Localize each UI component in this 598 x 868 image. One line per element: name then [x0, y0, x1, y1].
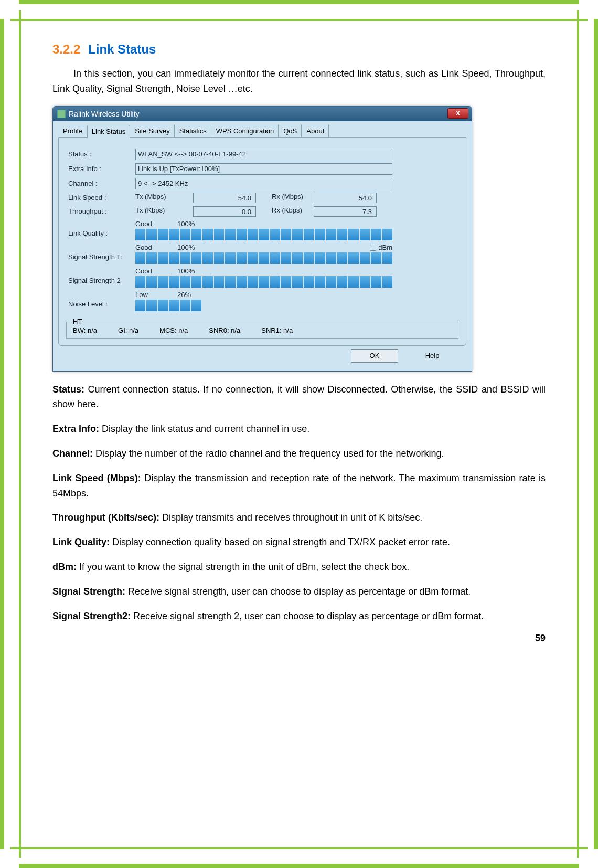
status-label: Status : [62, 150, 135, 158]
dbm-checkbox[interactable]: dBm [370, 244, 392, 251]
lq-quality: Good [135, 220, 177, 228]
rx-mbps-value: 54.0 [314, 193, 377, 203]
tab-qos[interactable]: QoS [279, 124, 302, 137]
def-status: Status: Current connection status. If no… [52, 382, 546, 412]
signal1-bar [135, 252, 392, 264]
def-dbm: dBm: If you want to know the signal stre… [52, 559, 546, 575]
signal1-label: Signal Strength 1: [62, 244, 135, 261]
link-speed-label: Link Speed : [62, 194, 135, 202]
signal2-bar [135, 276, 392, 288]
def-link-speed: Link Speed (Mbps): Display the transmiss… [52, 471, 546, 501]
tab-link-status[interactable]: Link Status [87, 125, 130, 138]
ok-button[interactable]: OK [351, 349, 398, 363]
ht-snr0: SNR0: n/a [209, 326, 240, 334]
sig2-pct: 100% [177, 267, 209, 275]
noise-label: Noise Level : [62, 291, 135, 308]
window-title: Ralink Wireless Utility [69, 110, 140, 118]
status-value: WLAN_SW <--> 00-07-40-F1-99-42 [135, 149, 392, 160]
window-titlebar[interactable]: Ralink Wireless Utility X [53, 107, 472, 121]
channel-label: Channel : [62, 179, 135, 187]
ht-mcs: MCS: n/a [159, 326, 188, 334]
extra-info-value: Link is Up [TxPower:100%] [135, 163, 392, 175]
rx-mbps-label: Rx (Mbps) [256, 193, 314, 203]
def-signal-strength: Signal Strength: Receive signal strength… [52, 584, 546, 599]
ht-legend: HT [71, 317, 84, 325]
noise-quality: Low [135, 291, 177, 299]
rx-kbps-value: 7.3 [314, 206, 377, 217]
page-number: 59 [52, 633, 546, 644]
tab-wps[interactable]: WPS Configuration [211, 124, 279, 137]
tab-profile[interactable]: Profile [58, 124, 87, 137]
lq-pct: 100% [177, 220, 209, 228]
def-link-quality: Link Quality: Display connection quality… [52, 535, 546, 550]
ralink-utility-window: Ralink Wireless Utility X Profile Link S… [52, 106, 472, 372]
intro-paragraph: In this section, you can immediately mon… [52, 66, 546, 97]
throughput-label: Throughput : [62, 207, 135, 215]
tx-kbps-label: Tx (Kbps) [135, 206, 193, 217]
link-quality-label: Link Quality : [62, 220, 135, 237]
section-heading: 3.2.2 Link Status [52, 42, 546, 57]
channel-value: 9 <--> 2452 KHz [135, 178, 392, 189]
page-content: 3.2.2 Link Status In this section, you c… [52, 42, 546, 837]
ht-fieldset: HT BW: n/a GI: n/a MCS: n/a SNR0: n/a SN… [66, 322, 458, 339]
ht-snr1: SNR1: n/a [261, 326, 293, 334]
tab-about[interactable]: About [302, 124, 329, 137]
ht-bw: BW: n/a [73, 326, 97, 334]
noise-bar [135, 300, 392, 311]
ht-gi: GI: n/a [118, 326, 138, 334]
sig2-quality: Good [135, 267, 177, 275]
extra-info-label: Extra Info : [62, 165, 135, 173]
heading-title: Link Status [88, 42, 156, 56]
tx-kbps-value: 0.0 [193, 206, 256, 217]
noise-pct: 26% [177, 291, 209, 299]
def-channel: Channel: Display the number of the radio… [52, 446, 546, 461]
heading-number: 3.2.2 [52, 42, 80, 56]
link-status-panel: Status : WLAN_SW <--> 00-07-40-F1-99-42 … [58, 137, 466, 346]
dbm-label: dBm [378, 244, 392, 251]
close-button[interactable]: X [447, 108, 468, 119]
def-throughput: Throughput (Kbits/sec): Display transmit… [52, 510, 546, 525]
tx-mbps-label: Tx (Mbps) [135, 193, 193, 203]
tx-mbps-value: 54.0 [193, 193, 256, 203]
signal2-label: Signal Strength 2 [62, 267, 135, 284]
tab-site-survey[interactable]: Site Survey [130, 124, 174, 137]
def-extra-info: Extra Info: Display the link status and … [52, 421, 546, 437]
def-signal-strength2: Signal Strength2: Receive signal strengt… [52, 609, 546, 624]
tab-strip: Profile Link Status Site Survey Statisti… [58, 124, 466, 137]
link-quality-bar [135, 229, 392, 240]
app-icon [57, 110, 66, 118]
rx-kbps-label: Rx (Kbps) [256, 206, 314, 217]
close-icon: X [456, 110, 460, 117]
help-button[interactable]: Help [409, 349, 456, 363]
sig1-pct: 100% [177, 244, 209, 251]
sig1-quality: Good [135, 244, 177, 251]
tab-statistics[interactable]: Statistics [175, 124, 211, 137]
